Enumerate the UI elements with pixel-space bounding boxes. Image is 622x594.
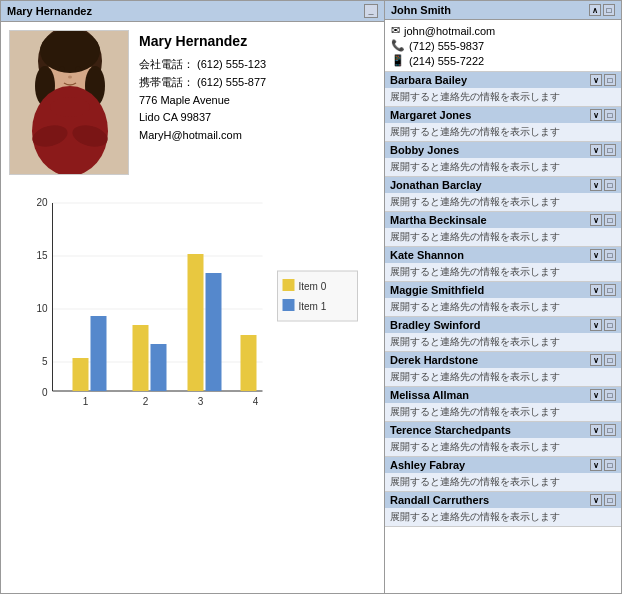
contact-item: Bradley Swinford∨□展開すると連絡先の情報を表示します <box>385 317 621 352</box>
mobile-phone: (612) 555-877 <box>197 76 266 88</box>
minimize-icon[interactable]: _ <box>364 4 378 18</box>
contact-expand-text: 展開すると連絡先の情報を表示します <box>385 263 621 281</box>
svg-rect-31 <box>241 335 257 391</box>
contact-name: Derek Hardstone <box>390 354 478 366</box>
contact-close-icon[interactable]: □ <box>604 109 616 121</box>
contact-expand-text: 展開すると連絡先の情報を表示します <box>385 473 621 491</box>
contact-header[interactable]: Maggie Smithfield∨□ <box>385 282 621 298</box>
contact-item: Derek Hardstone∨□展開すると連絡先の情報を表示します <box>385 352 621 387</box>
john-email: john@hotmail.com <box>404 25 495 37</box>
company-phone-label: 会社電話： <box>139 58 194 70</box>
contact-header[interactable]: Kate Shannon∨□ <box>385 247 621 263</box>
address-row: 776 Maple Avenue <box>139 92 376 110</box>
contact-header-icons: ∨□ <box>590 144 616 156</box>
phone1-icon: 📞 <box>391 39 405 52</box>
contact-expand-icon[interactable]: ∨ <box>590 284 602 296</box>
contact-name: Barbara Bailey <box>390 74 467 86</box>
contact-close-icon[interactable]: □ <box>604 459 616 471</box>
contact-expand-icon[interactable]: ∨ <box>590 319 602 331</box>
svg-text:Item 1: Item 1 <box>299 301 327 312</box>
chart-section: 20 15 10 5 0 <box>1 183 384 593</box>
contact-header[interactable]: Margaret Jones∨□ <box>385 107 621 123</box>
phone2-icon: 📱 <box>391 54 405 67</box>
svg-text:1: 1 <box>83 396 89 407</box>
contact-item: Maggie Smithfield∨□展開すると連絡先の情報を表示します <box>385 282 621 317</box>
contact-item: Melissa Allman∨□展開すると連絡先の情報を表示します <box>385 387 621 422</box>
svg-rect-28 <box>151 344 167 391</box>
contact-name: Randall Carruthers <box>390 494 489 506</box>
contact-close-icon[interactable]: □ <box>604 214 616 226</box>
contact-expand-icon[interactable]: ∨ <box>590 74 602 86</box>
svg-rect-39 <box>283 299 295 311</box>
profile-photo <box>9 30 129 175</box>
contact-header[interactable]: Randall Carruthers∨□ <box>385 492 621 508</box>
collapse-icon[interactable]: □ <box>603 4 615 16</box>
svg-point-8 <box>50 97 90 117</box>
contact-expand-text: 展開すると連絡先の情報を表示します <box>385 228 621 246</box>
contact-header-icons: ∨□ <box>590 319 616 331</box>
contact-item: Margaret Jones∨□展開すると連絡先の情報を表示します <box>385 107 621 142</box>
contact-close-icon[interactable]: □ <box>604 389 616 401</box>
right-header-icons: ∧ □ <box>589 4 615 16</box>
contact-expand-icon[interactable]: ∨ <box>590 389 602 401</box>
contact-expand-icon[interactable]: ∨ <box>590 144 602 156</box>
contact-header-icons: ∨□ <box>590 214 616 226</box>
contact-header[interactable]: Ashley Fabray∨□ <box>385 457 621 473</box>
contact-header[interactable]: Melissa Allman∨□ <box>385 387 621 403</box>
svg-rect-30 <box>206 273 222 391</box>
contact-expand-icon[interactable]: ∨ <box>590 494 602 506</box>
mobile-phone-label: 携帯電話： <box>139 76 194 88</box>
contact-close-icon[interactable]: □ <box>604 179 616 191</box>
right-panel-title: John Smith <box>391 4 451 16</box>
contact-header[interactable]: Terence Starchedpants∨□ <box>385 422 621 438</box>
contact-item: Kate Shannon∨□展開すると連絡先の情報を表示します <box>385 247 621 282</box>
contact-expand-icon[interactable]: ∨ <box>590 354 602 366</box>
contact-header-icons: ∨□ <box>590 249 616 261</box>
contact-close-icon[interactable]: □ <box>604 249 616 261</box>
contact-close-icon[interactable]: □ <box>604 494 616 506</box>
company-phone: (612) 555-123 <box>197 58 266 70</box>
contact-header[interactable]: Jonathan Barclay∨□ <box>385 177 621 193</box>
contact-header-icons: ∨□ <box>590 74 616 86</box>
contact-name: Terence Starchedpants <box>390 424 511 436</box>
contact-header[interactable]: Bobby Jones∨□ <box>385 142 621 158</box>
svg-rect-29 <box>188 254 204 391</box>
contact-item: Randall Carruthers∨□展開すると連絡先の情報を表示します <box>385 492 621 527</box>
svg-point-11 <box>59 67 65 72</box>
john-phone1: (712) 555-9837 <box>409 40 484 52</box>
contact-expand-icon[interactable]: ∨ <box>590 214 602 226</box>
contact-expand-icon[interactable]: ∨ <box>590 109 602 121</box>
left-panel: Mary Hernandez _ <box>0 0 385 594</box>
contact-close-icon[interactable]: □ <box>604 354 616 366</box>
expand-icon[interactable]: ∧ <box>589 4 601 16</box>
contact-expand-text: 展開すると連絡先の情報を表示します <box>385 438 621 456</box>
contacts-list[interactable]: Barbara Bailey∨□展開すると連絡先の情報を表示しますMargare… <box>385 72 621 593</box>
contact-expand-icon[interactable]: ∨ <box>590 459 602 471</box>
contact-header[interactable]: Martha Beckinsale∨□ <box>385 212 621 228</box>
contact-close-icon[interactable]: □ <box>604 74 616 86</box>
right-panel: John Smith ∧ □ ✉ john@hotmail.com 📞 (712… <box>385 0 622 594</box>
contact-expand-icon[interactable]: ∨ <box>590 424 602 436</box>
contact-close-icon[interactable]: □ <box>604 144 616 156</box>
contact-expand-text: 展開すると連絡先の情報を表示します <box>385 368 621 386</box>
contact-header[interactable]: Barbara Bailey∨□ <box>385 72 621 88</box>
contact-close-icon[interactable]: □ <box>604 284 616 296</box>
contact-name: Kate Shannon <box>390 249 464 261</box>
contact-header-icons: ∨□ <box>590 459 616 471</box>
contact-header[interactable]: Derek Hardstone∨□ <box>385 352 621 368</box>
contact-expand-icon[interactable]: ∨ <box>590 249 602 261</box>
contact-name: Bobby Jones <box>390 144 459 156</box>
chart-container: 20 15 10 5 0 <box>9 191 376 411</box>
contact-header[interactable]: Bradley Swinford∨□ <box>385 317 621 333</box>
contact-item: Jonathan Barclay∨□展開すると連絡先の情報を表示します <box>385 177 621 212</box>
svg-text:Item 0: Item 0 <box>299 281 327 292</box>
john-phone2: (214) 555-7222 <box>409 55 484 67</box>
left-panel-header: Mary Hernandez _ <box>1 1 384 22</box>
contact-close-icon[interactable]: □ <box>604 424 616 436</box>
contact-name: Jonathan Barclay <box>390 179 482 191</box>
contact-close-icon[interactable]: □ <box>604 319 616 331</box>
svg-rect-25 <box>73 358 89 391</box>
right-panel-header: John Smith ∧ □ <box>385 1 621 20</box>
contact-expand-icon[interactable]: ∨ <box>590 179 602 191</box>
contact-expand-text: 展開すると連絡先の情報を表示します <box>385 403 621 421</box>
